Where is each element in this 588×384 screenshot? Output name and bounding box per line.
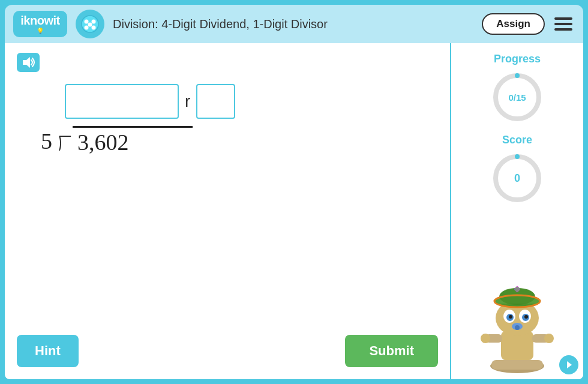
nav-arrow-button[interactable] — [559, 355, 578, 374]
progress-value: 0/15 — [508, 92, 526, 103]
svg-point-1 — [85, 20, 89, 24]
hint-button[interactable]: Hint — [17, 335, 79, 367]
logo-bulb: 💡 — [37, 28, 44, 34]
menu-line-1 — [554, 17, 572, 20]
logo-text: iknowit — [20, 14, 59, 28]
submit-button[interactable]: Submit — [345, 335, 438, 367]
division-bracket-symbol: ⟌ — [57, 131, 73, 158]
svg-point-5 — [88, 23, 92, 27]
problem-area: r 5 ⟌ 3,602 — [17, 78, 438, 330]
svg-rect-12 — [491, 360, 543, 370]
main-area: r 5 ⟌ 3,602 Hint Submit — [5, 43, 583, 379]
sidebar: Progress 0/15 Score 0 — [451, 43, 583, 379]
progress-label: Progress — [494, 53, 541, 65]
svg-point-4 — [92, 26, 96, 30]
nav-arrow-icon — [563, 359, 574, 370]
score-gauge: 0 — [490, 151, 544, 205]
score-value: 0 — [514, 172, 520, 185]
answer-row: r — [65, 84, 235, 119]
remainder-label: r — [185, 92, 190, 111]
header-title: Division: 4-Digit Dividend, 1-Digit Divi… — [113, 17, 482, 31]
activity-icon — [76, 10, 104, 38]
svg-point-3 — [85, 26, 89, 30]
svg-marker-6 — [23, 57, 30, 68]
logo: iknowit 💡 — [13, 11, 67, 37]
sound-icon — [22, 56, 35, 68]
svg-point-32 — [515, 325, 520, 330]
remainder-input[interactable] — [196, 84, 235, 119]
svg-point-30 — [524, 315, 528, 319]
svg-marker-34 — [567, 361, 572, 368]
svg-point-29 — [509, 315, 512, 319]
svg-point-17 — [544, 334, 554, 343]
activity-icon-svg — [80, 14, 100, 34]
content-panel: r 5 ⟌ 3,602 Hint Submit — [5, 43, 451, 379]
divisor: 5 — [41, 128, 52, 154]
division-line — [73, 126, 193, 128]
character-svg — [472, 277, 562, 373]
assign-button[interactable]: Assign — [482, 13, 545, 35]
app-frame: iknowit 💡 Division: 4-Digit Dividend, 1-… — [0, 0, 588, 384]
header: iknowit 💡 Division: 4-Digit Dividend, 1-… — [5, 5, 583, 43]
main-answer-input[interactable] — [65, 84, 179, 119]
menu-line-2 — [554, 23, 572, 25]
score-label: Score — [502, 134, 532, 146]
division-bracket: 3,602 — [73, 126, 193, 155]
sound-button[interactable] — [17, 53, 40, 72]
dividend: 3,602 — [73, 129, 193, 155]
svg-point-2 — [92, 20, 96, 24]
menu-line-3 — [554, 28, 572, 31]
svg-point-24 — [515, 287, 520, 292]
division-problem: 5 ⟌ 3,602 — [41, 126, 193, 155]
progress-gauge: 0/15 — [490, 70, 544, 124]
menu-button[interactable] — [552, 15, 575, 33]
svg-point-16 — [481, 334, 490, 343]
character-area — [457, 215, 577, 373]
bottom-buttons: Hint Submit — [17, 330, 438, 370]
